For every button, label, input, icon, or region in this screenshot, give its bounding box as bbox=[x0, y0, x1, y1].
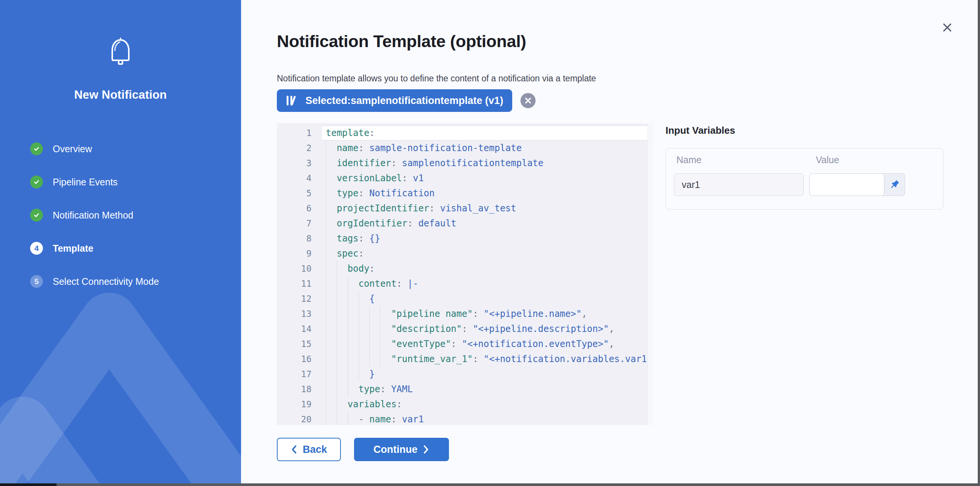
bell-icon bbox=[0, 37, 241, 70]
line-number: 14 bbox=[277, 321, 322, 336]
code-line: 2 name: sample-notification-template bbox=[277, 140, 653, 156]
line-number: 17 bbox=[277, 366, 322, 382]
line-number: 3 bbox=[277, 156, 322, 170]
back-button[interactable]: Back bbox=[277, 438, 341, 461]
step-label: Notification Method bbox=[53, 210, 133, 221]
code-line: 12 { bbox=[277, 291, 653, 306]
window-edge-bottom bbox=[0, 483, 980, 486]
close-icon[interactable] bbox=[939, 19, 956, 36]
code-line: 17 } bbox=[277, 366, 653, 382]
continue-label: Continue bbox=[374, 444, 418, 456]
code-line: 4 versionLabel: v1 bbox=[277, 170, 653, 186]
selected-template-row: Selected:samplenotificationtemplate (v1) bbox=[277, 89, 536, 112]
code-line: 11 content: |- bbox=[277, 276, 653, 291]
selected-template-label: Selected:samplenotificationtemplate (v1) bbox=[305, 95, 503, 107]
line-number: 20 bbox=[277, 412, 322, 425]
check-icon bbox=[33, 178, 40, 186]
wizard-footer: Back Continue bbox=[277, 438, 449, 461]
editor-scrollbar[interactable] bbox=[648, 123, 653, 425]
chevron-left-icon bbox=[291, 445, 298, 454]
wizard-sidebar: New Notification OverviewPipeline Events… bbox=[0, 0, 241, 486]
line-number: 9 bbox=[277, 246, 322, 261]
remove-template-icon[interactable] bbox=[520, 93, 536, 108]
check-icon bbox=[33, 211, 40, 219]
line-number: 5 bbox=[277, 186, 322, 201]
line-number: 6 bbox=[277, 201, 322, 216]
code-line: 18 type: YAML bbox=[277, 382, 653, 397]
step-label: Pipeline Events bbox=[53, 177, 118, 188]
code-line: 7 orgIdentifier: default bbox=[277, 216, 653, 231]
wizard-step-notification-method[interactable]: Notification Method bbox=[30, 199, 226, 232]
pin-value-type-button[interactable] bbox=[885, 174, 905, 196]
code-line: 15 "eventType": "<+notification.eventTyp… bbox=[277, 336, 653, 352]
harness-logo-watermark bbox=[0, 275, 241, 486]
wizard-steps: OverviewPipeline EventsNotification Meth… bbox=[30, 132, 226, 298]
code-line: 3 identifier: samplenotificationtemplate bbox=[277, 156, 653, 170]
template-library-icon bbox=[286, 95, 299, 106]
line-number: 2 bbox=[277, 140, 322, 156]
variables-value-header: Value bbox=[816, 155, 839, 166]
code-line: 13 "pipeline name": "<+pipeline.name>", bbox=[277, 306, 653, 321]
code-line: 10 body: bbox=[277, 261, 653, 276]
code-line: 6 projectIdentifier: vishal_av_test bbox=[277, 201, 653, 216]
variable-value-input[interactable] bbox=[810, 173, 885, 196]
line-number: 4 bbox=[277, 170, 322, 186]
page-description: Notification template allows you to defi… bbox=[277, 73, 596, 84]
back-label: Back bbox=[303, 444, 327, 456]
line-number: 12 bbox=[277, 291, 322, 306]
code-line: 14 "description": "<+pipeline.descriptio… bbox=[277, 321, 653, 336]
line-number: 1 bbox=[277, 126, 322, 140]
yaml-editor[interactable]: 1template:2 name: sample-notification-te… bbox=[277, 123, 653, 425]
line-number: 10 bbox=[277, 261, 322, 276]
step-check-icon bbox=[30, 175, 43, 188]
line-number: 13 bbox=[277, 306, 322, 321]
line-number: 19 bbox=[277, 397, 322, 412]
line-number: 18 bbox=[277, 382, 322, 397]
step-label: Overview bbox=[53, 143, 92, 155]
wizard-step-template[interactable]: 4Template bbox=[30, 232, 226, 265]
input-variables-panel: Name Value bbox=[665, 148, 943, 209]
variables-name-header: Name bbox=[676, 155, 702, 166]
page-title: Notification Template (optional) bbox=[277, 32, 526, 51]
code-line: 20 - name: var1 bbox=[277, 412, 653, 425]
step-check-icon bbox=[30, 142, 43, 155]
step-label: Template bbox=[53, 243, 94, 254]
variable-value-group bbox=[810, 173, 905, 196]
yaml-code: 1template:2 name: sample-notification-te… bbox=[277, 126, 653, 425]
variable-name-input[interactable] bbox=[674, 173, 804, 196]
pin-icon bbox=[889, 179, 900, 190]
code-line: 8 tags: {} bbox=[277, 231, 653, 246]
line-number: 7 bbox=[277, 216, 322, 231]
line-number: 16 bbox=[277, 352, 322, 366]
wizard-content: Notification Template (optional) Notific… bbox=[241, 0, 980, 486]
wizard-step-overview[interactable]: Overview bbox=[30, 132, 226, 166]
code-line: 19 variables: bbox=[277, 397, 653, 412]
input-variables-title: Input Variables bbox=[665, 125, 735, 136]
step-check-icon bbox=[30, 209, 43, 221]
code-line: 5 type: Notification bbox=[277, 186, 653, 201]
code-line: 9 spec: bbox=[277, 246, 653, 261]
check-icon bbox=[33, 145, 40, 153]
line-number: 8 bbox=[277, 231, 322, 246]
code-line: 1template: bbox=[277, 126, 653, 140]
step-number: 4 bbox=[30, 242, 43, 255]
continue-button[interactable]: Continue bbox=[354, 438, 449, 461]
code-line: 16 "runtime_var_1": "<+notification.vari… bbox=[277, 352, 653, 366]
wizard-step-pipeline-events[interactable]: Pipeline Events bbox=[30, 166, 226, 199]
window-edge-bottom-dark bbox=[0, 483, 57, 486]
line-number: 15 bbox=[277, 336, 322, 352]
selected-template-chip[interactable]: Selected:samplenotificationtemplate (v1) bbox=[277, 89, 512, 112]
line-number: 11 bbox=[277, 276, 322, 291]
window-edge-right bbox=[978, 0, 980, 486]
chevron-right-icon bbox=[423, 445, 430, 454]
wizard-title: New Notification bbox=[0, 88, 241, 102]
new-notification-wizard: New Notification OverviewPipeline Events… bbox=[0, 0, 980, 486]
